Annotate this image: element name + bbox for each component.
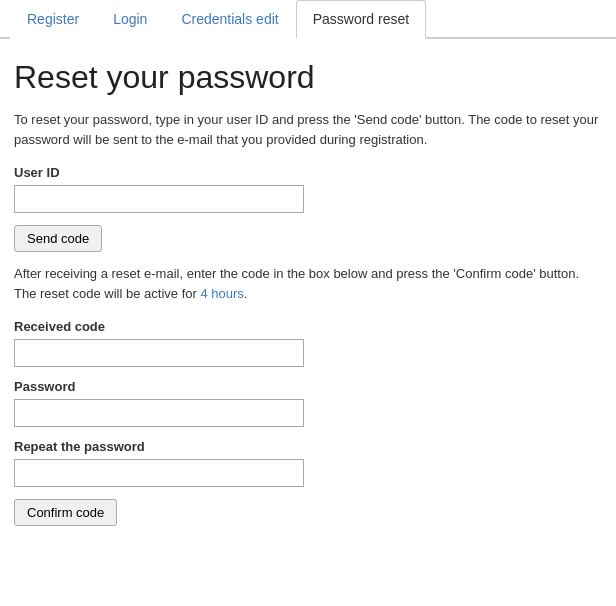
received-code-input[interactable] bbox=[14, 339, 304, 367]
user-id-label: User ID bbox=[14, 165, 602, 180]
received-code-label: Received code bbox=[14, 319, 602, 334]
main-content: Reset your password To reset your passwo… bbox=[0, 39, 616, 558]
tab-password-reset[interactable]: Password reset bbox=[296, 0, 426, 39]
after-code-description: After receiving a reset e-mail, enter th… bbox=[14, 264, 602, 303]
tab-register[interactable]: Register bbox=[10, 0, 96, 39]
tab-login[interactable]: Login bbox=[96, 0, 164, 39]
tab-credentials-edit[interactable]: Credentials edit bbox=[164, 0, 295, 39]
page-title: Reset your password bbox=[14, 59, 602, 96]
password-input[interactable] bbox=[14, 399, 304, 427]
user-id-input[interactable] bbox=[14, 185, 304, 213]
confirm-code-button[interactable]: Confirm code bbox=[14, 499, 117, 526]
after-code-text-part1: After receiving a reset e-mail, enter th… bbox=[14, 266, 579, 301]
after-code-highlight: 4 hours bbox=[200, 286, 243, 301]
repeat-password-input[interactable] bbox=[14, 459, 304, 487]
tab-bar: Register Login Credentials edit Password… bbox=[0, 0, 616, 39]
description-text: To reset your password, type in your use… bbox=[14, 110, 602, 149]
after-code-text-part2: . bbox=[244, 286, 248, 301]
repeat-password-label: Repeat the password bbox=[14, 439, 602, 454]
password-label: Password bbox=[14, 379, 602, 394]
send-code-button[interactable]: Send code bbox=[14, 225, 102, 252]
